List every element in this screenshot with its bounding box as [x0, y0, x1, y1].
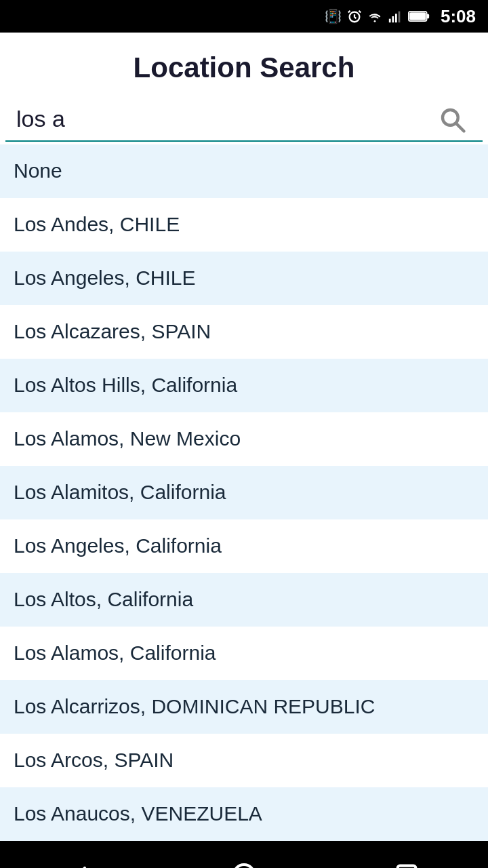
- list-item[interactable]: Los Andes, CHILE: [0, 198, 488, 252]
- svg-rect-3: [389, 19, 391, 22]
- list-item[interactable]: Los Alamos, California: [0, 627, 488, 680]
- svg-line-1: [348, 11, 350, 13]
- svg-rect-8: [427, 14, 430, 18]
- search-bar: [5, 98, 483, 142]
- page-title: Location Search: [14, 52, 474, 84]
- bottom-nav: [0, 841, 488, 868]
- list-item[interactable]: Los Angeles, California: [0, 519, 488, 573]
- status-icons: 📳: [325, 8, 430, 24]
- signal-icon: [388, 9, 403, 24]
- list-item[interactable]: None: [0, 144, 488, 198]
- home-button[interactable]: [217, 854, 271, 868]
- battery-icon: [408, 9, 430, 24]
- search-input[interactable]: [16, 98, 432, 140]
- search-icon: [438, 105, 466, 134]
- svg-rect-4: [392, 16, 394, 22]
- svg-rect-9: [409, 12, 426, 20]
- back-icon: [68, 861, 95, 868]
- svg-line-2: [359, 11, 361, 13]
- svg-line-11: [456, 123, 464, 131]
- wifi-icon: [367, 9, 382, 24]
- status-bar: 📳 5:08: [0, 0, 488, 33]
- list-item[interactable]: Los Alamitos, California: [0, 466, 488, 519]
- svg-rect-5: [395, 14, 397, 22]
- list-item[interactable]: Los Altos Hills, California: [0, 359, 488, 412]
- list-item[interactable]: Los Angeles, CHILE: [0, 252, 488, 305]
- list-item[interactable]: Los Alcarrizos, DOMINICAN REPUBLIC: [0, 680, 488, 734]
- list-item[interactable]: Los Arcos, SPAIN: [0, 734, 488, 787]
- results-list: NoneLos Andes, CHILELos Angeles, CHILELo…: [0, 144, 488, 841]
- recents-icon: [393, 861, 420, 868]
- alarm-icon: [347, 9, 362, 24]
- search-button[interactable]: [432, 100, 472, 139]
- list-item[interactable]: Los Alcazares, SPAIN: [0, 305, 488, 359]
- status-time: 5:08: [441, 6, 476, 27]
- svg-point-12: [234, 865, 254, 868]
- vibrate-icon: 📳: [325, 8, 342, 24]
- home-icon: [230, 861, 258, 868]
- app-header: Location Search: [0, 33, 488, 98]
- recents-button[interactable]: [380, 854, 434, 868]
- list-item[interactable]: Los Altos, California: [0, 573, 488, 627]
- back-button[interactable]: [54, 854, 108, 868]
- list-item[interactable]: Los Alamos, New Mexico: [0, 412, 488, 466]
- list-item[interactable]: Los Anaucos, VENEZUELA: [0, 787, 488, 841]
- svg-rect-6: [399, 12, 401, 22]
